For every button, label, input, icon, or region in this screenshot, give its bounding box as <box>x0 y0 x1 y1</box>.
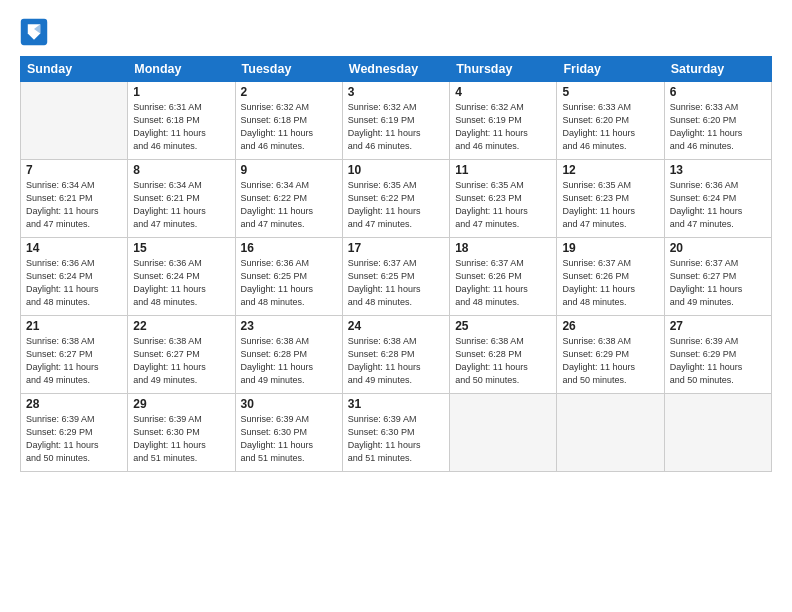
daylight-text: Daylight: 11 hoursand 48 minutes. <box>26 283 122 309</box>
daylight-text: Daylight: 11 hoursand 46 minutes. <box>670 127 766 153</box>
sunrise-text: Sunrise: 6:38 AM <box>26 335 122 348</box>
daylight-text: Daylight: 11 hoursand 51 minutes. <box>348 439 444 465</box>
sunset-text: Sunset: 6:25 PM <box>241 270 337 283</box>
sunrise-text: Sunrise: 6:32 AM <box>241 101 337 114</box>
weekday-header-friday: Friday <box>557 57 664 82</box>
sunset-text: Sunset: 6:24 PM <box>26 270 122 283</box>
daylight-text: Daylight: 11 hoursand 47 minutes. <box>455 205 551 231</box>
daylight-text: Daylight: 11 hoursand 48 minutes. <box>348 283 444 309</box>
daylight-text: Daylight: 11 hoursand 47 minutes. <box>670 205 766 231</box>
day-number: 14 <box>26 241 122 255</box>
sunrise-text: Sunrise: 6:38 AM <box>348 335 444 348</box>
day-number: 18 <box>455 241 551 255</box>
sunrise-text: Sunrise: 6:36 AM <box>670 179 766 192</box>
day-number: 20 <box>670 241 766 255</box>
sunrise-text: Sunrise: 6:33 AM <box>670 101 766 114</box>
sunset-text: Sunset: 6:30 PM <box>133 426 229 439</box>
weekday-header-sunday: Sunday <box>21 57 128 82</box>
sunrise-text: Sunrise: 6:39 AM <box>670 335 766 348</box>
sunset-text: Sunset: 6:28 PM <box>455 348 551 361</box>
calendar-cell: 2Sunrise: 6:32 AMSunset: 6:18 PMDaylight… <box>235 82 342 160</box>
daylight-text: Daylight: 11 hoursand 49 minutes. <box>348 361 444 387</box>
day-info: Sunrise: 6:39 AMSunset: 6:29 PMDaylight:… <box>26 413 122 465</box>
day-number: 10 <box>348 163 444 177</box>
day-info: Sunrise: 6:39 AMSunset: 6:30 PMDaylight:… <box>133 413 229 465</box>
day-info: Sunrise: 6:33 AMSunset: 6:20 PMDaylight:… <box>562 101 658 153</box>
sunrise-text: Sunrise: 6:37 AM <box>455 257 551 270</box>
sunrise-text: Sunrise: 6:34 AM <box>26 179 122 192</box>
sunrise-text: Sunrise: 6:39 AM <box>133 413 229 426</box>
sunset-text: Sunset: 6:22 PM <box>348 192 444 205</box>
calendar-cell: 24Sunrise: 6:38 AMSunset: 6:28 PMDayligh… <box>342 316 449 394</box>
day-number: 5 <box>562 85 658 99</box>
day-info: Sunrise: 6:38 AMSunset: 6:27 PMDaylight:… <box>133 335 229 387</box>
calendar-cell: 23Sunrise: 6:38 AMSunset: 6:28 PMDayligh… <box>235 316 342 394</box>
sunrise-text: Sunrise: 6:37 AM <box>670 257 766 270</box>
sunset-text: Sunset: 6:25 PM <box>348 270 444 283</box>
calendar-cell: 21Sunrise: 6:38 AMSunset: 6:27 PMDayligh… <box>21 316 128 394</box>
calendar-cell: 12Sunrise: 6:35 AMSunset: 6:23 PMDayligh… <box>557 160 664 238</box>
sunrise-text: Sunrise: 6:36 AM <box>133 257 229 270</box>
daylight-text: Daylight: 11 hoursand 46 minutes. <box>348 127 444 153</box>
calendar-cell: 25Sunrise: 6:38 AMSunset: 6:28 PMDayligh… <box>450 316 557 394</box>
day-number: 16 <box>241 241 337 255</box>
calendar-cell: 14Sunrise: 6:36 AMSunset: 6:24 PMDayligh… <box>21 238 128 316</box>
daylight-text: Daylight: 11 hoursand 48 minutes. <box>562 283 658 309</box>
daylight-text: Daylight: 11 hoursand 50 minutes. <box>26 439 122 465</box>
day-number: 13 <box>670 163 766 177</box>
sunset-text: Sunset: 6:28 PM <box>348 348 444 361</box>
calendar-cell <box>557 394 664 472</box>
calendar-cell: 10Sunrise: 6:35 AMSunset: 6:22 PMDayligh… <box>342 160 449 238</box>
day-info: Sunrise: 6:37 AMSunset: 6:25 PMDaylight:… <box>348 257 444 309</box>
calendar-cell <box>450 394 557 472</box>
daylight-text: Daylight: 11 hoursand 48 minutes. <box>133 283 229 309</box>
daylight-text: Daylight: 11 hoursand 49 minutes. <box>241 361 337 387</box>
day-number: 9 <box>241 163 337 177</box>
sunrise-text: Sunrise: 6:36 AM <box>26 257 122 270</box>
sunset-text: Sunset: 6:21 PM <box>26 192 122 205</box>
day-number: 31 <box>348 397 444 411</box>
sunset-text: Sunset: 6:26 PM <box>562 270 658 283</box>
sunrise-text: Sunrise: 6:37 AM <box>348 257 444 270</box>
week-row-2: 7Sunrise: 6:34 AMSunset: 6:21 PMDaylight… <box>21 160 772 238</box>
daylight-text: Daylight: 11 hoursand 46 minutes. <box>133 127 229 153</box>
day-number: 23 <box>241 319 337 333</box>
day-info: Sunrise: 6:39 AMSunset: 6:29 PMDaylight:… <box>670 335 766 387</box>
day-number: 24 <box>348 319 444 333</box>
sunset-text: Sunset: 6:24 PM <box>133 270 229 283</box>
calendar-cell <box>21 82 128 160</box>
day-number: 21 <box>26 319 122 333</box>
calendar-cell: 16Sunrise: 6:36 AMSunset: 6:25 PMDayligh… <box>235 238 342 316</box>
logo <box>20 18 52 46</box>
daylight-text: Daylight: 11 hoursand 50 minutes. <box>562 361 658 387</box>
day-number: 19 <box>562 241 658 255</box>
day-info: Sunrise: 6:36 AMSunset: 6:24 PMDaylight:… <box>133 257 229 309</box>
calendar-table: SundayMondayTuesdayWednesdayThursdayFrid… <box>20 56 772 472</box>
sunrise-text: Sunrise: 6:35 AM <box>455 179 551 192</box>
sunset-text: Sunset: 6:27 PM <box>133 348 229 361</box>
weekday-header-tuesday: Tuesday <box>235 57 342 82</box>
day-info: Sunrise: 6:31 AMSunset: 6:18 PMDaylight:… <box>133 101 229 153</box>
sunset-text: Sunset: 6:24 PM <box>670 192 766 205</box>
daylight-text: Daylight: 11 hoursand 47 minutes. <box>241 205 337 231</box>
day-info: Sunrise: 6:37 AMSunset: 6:26 PMDaylight:… <box>562 257 658 309</box>
sunrise-text: Sunrise: 6:34 AM <box>133 179 229 192</box>
day-number: 3 <box>348 85 444 99</box>
sunset-text: Sunset: 6:20 PM <box>670 114 766 127</box>
weekday-header-monday: Monday <box>128 57 235 82</box>
sunrise-text: Sunrise: 6:32 AM <box>348 101 444 114</box>
week-row-3: 14Sunrise: 6:36 AMSunset: 6:24 PMDayligh… <box>21 238 772 316</box>
day-number: 29 <box>133 397 229 411</box>
sunrise-text: Sunrise: 6:39 AM <box>348 413 444 426</box>
sunset-text: Sunset: 6:18 PM <box>133 114 229 127</box>
weekday-header-thursday: Thursday <box>450 57 557 82</box>
daylight-text: Daylight: 11 hoursand 47 minutes. <box>562 205 658 231</box>
day-number: 27 <box>670 319 766 333</box>
sunset-text: Sunset: 6:23 PM <box>562 192 658 205</box>
header <box>20 18 772 46</box>
day-number: 30 <box>241 397 337 411</box>
sunset-text: Sunset: 6:22 PM <box>241 192 337 205</box>
page: SundayMondayTuesdayWednesdayThursdayFrid… <box>0 0 792 612</box>
weekday-header-saturday: Saturday <box>664 57 771 82</box>
sunset-text: Sunset: 6:29 PM <box>562 348 658 361</box>
